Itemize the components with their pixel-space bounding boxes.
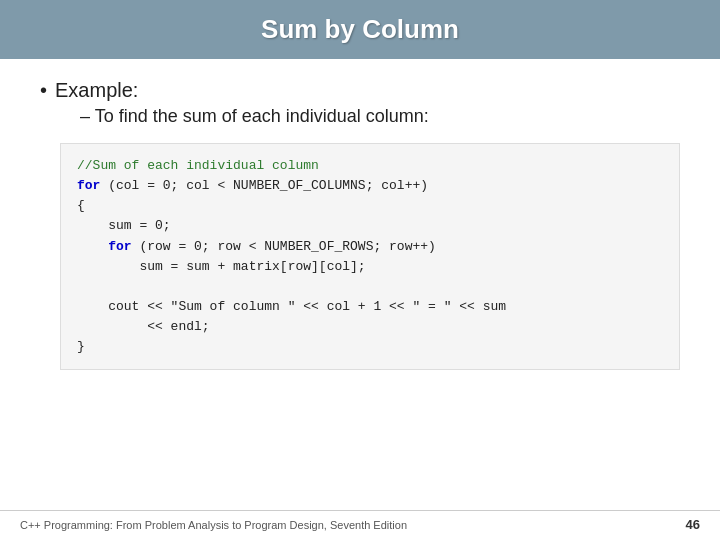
title-bar: Sum by Column [0,0,720,59]
slide-content: • Example: To find the sum of each indiv… [0,59,720,510]
slide-title: Sum by Column [30,14,690,45]
footer-text: C++ Programming: From Problem Analysis t… [20,519,407,531]
footer: C++ Programming: From Problem Analysis t… [0,510,720,540]
code-keyword-for1: for [77,178,100,193]
code-block: //Sum of each individual column for (col… [60,143,680,370]
code-comment: //Sum of each individual column [77,158,319,173]
bullet-label: Example: [55,79,138,102]
code-keyword-for2: for [108,239,131,254]
footer-page: 46 [686,517,700,532]
bullet-symbol: • [40,79,47,102]
slide: Sum by Column • Example: To find the sum… [0,0,720,540]
sub-bullet-description: To find the sum of each individual colum… [80,106,680,127]
bullet-example: • Example: [40,79,680,102]
